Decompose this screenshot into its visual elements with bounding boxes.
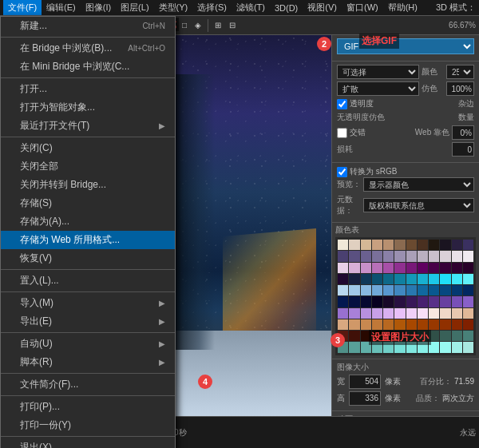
color-cell[interactable] xyxy=(383,274,394,284)
color-cell[interactable] xyxy=(452,274,462,284)
color-cell[interactable] xyxy=(429,296,439,307)
color-cell[interactable] xyxy=(418,240,428,250)
color-cell[interactable] xyxy=(372,285,382,295)
color-cell[interactable] xyxy=(383,319,394,330)
color-cell[interactable] xyxy=(440,331,450,341)
color-cell[interactable] xyxy=(349,296,359,307)
color-cell[interactable] xyxy=(394,240,405,250)
color-cell[interactable] xyxy=(361,285,371,295)
color-cell[interactable] xyxy=(452,285,462,295)
color-cell[interactable] xyxy=(406,274,417,284)
menu-item-exit[interactable]: 退出(X) xyxy=(1,438,175,448)
menu-item-place[interactable]: 置入(L)... xyxy=(1,272,175,290)
toolbar-btn-1[interactable]: □ xyxy=(179,19,190,31)
menu-item-open-smart[interactable]: 打开为智能对象... xyxy=(1,98,175,117)
convert-check[interactable]: 转换为 sRGB xyxy=(337,166,474,177)
menu-item-bridge[interactable]: 在 Bridge 中浏览(B)... Alt+Ctrl+O xyxy=(1,39,175,57)
color-cell[interactable] xyxy=(383,308,394,319)
height-input[interactable] xyxy=(349,391,381,406)
color-cell[interactable] xyxy=(418,308,428,319)
color-cell[interactable] xyxy=(394,263,405,273)
color-cell[interactable] xyxy=(372,319,382,330)
color-cell[interactable] xyxy=(418,251,428,261)
menu-item-new[interactable]: 新建... Ctrl+N xyxy=(1,17,175,35)
color-cell[interactable] xyxy=(463,342,473,352)
menu-3d[interactable]: 3D(D) xyxy=(270,0,303,15)
toolbar-btn-4[interactable]: ⊟ xyxy=(226,19,239,31)
menu-item-revert[interactable]: 恢复(V) xyxy=(1,249,175,268)
color-cell[interactable] xyxy=(394,296,405,307)
color-cell[interactable] xyxy=(394,274,405,284)
menu-window[interactable]: 窗口(W) xyxy=(342,0,383,15)
color-cell[interactable] xyxy=(452,240,462,250)
color-cell[interactable] xyxy=(406,251,417,261)
color-cell[interactable] xyxy=(383,263,394,273)
color-cell[interactable] xyxy=(452,296,462,307)
menu-item-close-bridge[interactable]: 关闭并转到 Bridge... xyxy=(1,176,175,194)
color-cell[interactable] xyxy=(463,251,473,261)
color-cell[interactable] xyxy=(440,263,450,273)
color-cell[interactable] xyxy=(429,319,439,330)
color-cell[interactable] xyxy=(406,285,417,295)
color-cell[interactable] xyxy=(372,263,382,273)
transparency-check[interactable]: 透明度 xyxy=(337,98,374,109)
color-cell[interactable] xyxy=(418,319,428,330)
color-cell[interactable] xyxy=(452,263,462,273)
color-cell[interactable] xyxy=(418,274,428,284)
expand-select[interactable]: 扩散 xyxy=(337,81,419,96)
menu-item-print-one[interactable]: 打印一份(Y) xyxy=(1,416,175,434)
color-cell[interactable] xyxy=(383,285,394,295)
color-cell[interactable] xyxy=(418,285,428,295)
color-cell[interactable] xyxy=(349,285,359,295)
color-cell[interactable] xyxy=(361,319,371,330)
color-cell[interactable] xyxy=(463,308,473,319)
color-cell[interactable] xyxy=(361,274,371,284)
color-cell[interactable] xyxy=(349,251,359,261)
toolbar-btn-3[interactable]: ⊞ xyxy=(212,19,224,31)
color-cell[interactable] xyxy=(440,285,450,295)
menu-item-mini-bridge[interactable]: 在 Mini Bridge 中浏览(C... xyxy=(1,57,175,76)
color-cell[interactable] xyxy=(349,240,359,250)
menu-select[interactable]: 选择(S) xyxy=(192,0,232,15)
menu-item-save-web[interactable]: 存储为 Web 所用格式... xyxy=(1,231,175,249)
menu-help[interactable]: 帮助(H) xyxy=(383,0,422,15)
color-cell[interactable] xyxy=(372,308,382,319)
color-cell[interactable] xyxy=(361,263,371,273)
menu-edit[interactable]: 编辑(E) xyxy=(42,0,81,15)
metadata-select[interactable]: 版权和联系信息 xyxy=(363,198,474,212)
color-cell[interactable] xyxy=(361,251,371,261)
interlace-check[interactable]: 交错 xyxy=(337,127,366,138)
color-cell[interactable] xyxy=(440,342,450,352)
web-snap-input[interactable] xyxy=(452,125,474,140)
color-cell[interactable] xyxy=(383,240,394,250)
color-cell[interactable] xyxy=(429,263,439,273)
menu-item-close-all[interactable]: 关闭全部 xyxy=(1,157,175,176)
menu-view[interactable]: 视图(V) xyxy=(303,0,342,15)
color-cell[interactable] xyxy=(372,274,382,284)
color-cell[interactable] xyxy=(418,296,428,307)
color-cell[interactable] xyxy=(349,308,359,319)
color-cell[interactable] xyxy=(452,251,462,261)
color-cell[interactable] xyxy=(429,251,439,261)
color-cell[interactable] xyxy=(429,274,439,284)
color-cell[interactable] xyxy=(372,251,382,261)
color-cell[interactable] xyxy=(338,308,348,319)
color-cell[interactable] xyxy=(394,251,405,261)
color-cell[interactable] xyxy=(463,319,473,330)
color-cell[interactable] xyxy=(440,240,450,250)
color-cell[interactable] xyxy=(452,342,462,352)
color-cell[interactable] xyxy=(440,308,450,319)
width-input[interactable] xyxy=(349,375,381,389)
toolbar-btn-2[interactable]: ◈ xyxy=(192,19,204,31)
menu-item-open[interactable]: 打开... xyxy=(1,80,175,98)
color-cell[interactable] xyxy=(361,240,371,250)
menu-item-recent[interactable]: 最近打开文件(T) ▶ xyxy=(1,117,175,135)
menu-item-file-info[interactable]: 文件简介(F)... xyxy=(1,375,175,394)
color-cell[interactable] xyxy=(463,263,473,273)
color-cell[interactable] xyxy=(383,251,394,261)
color-cell[interactable] xyxy=(338,319,348,330)
color-cell[interactable] xyxy=(406,263,417,273)
menu-image[interactable]: 图像(I) xyxy=(81,0,116,15)
color-cell[interactable] xyxy=(463,240,473,250)
dither-input[interactable] xyxy=(446,81,474,96)
